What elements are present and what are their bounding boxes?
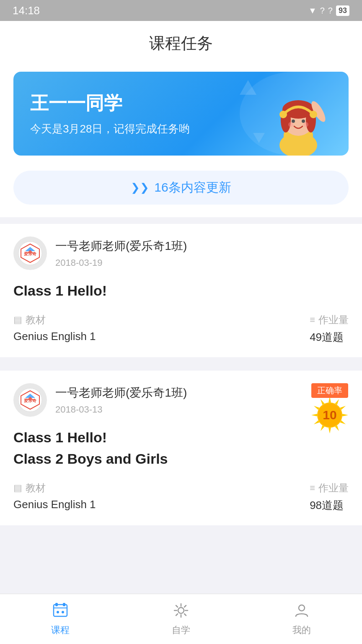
teacher-name-2: 一号老师老师(爱乐奇1班) — [55, 385, 349, 401]
page-title: 课程任务 — [0, 33, 362, 54]
svg-point-7 — [302, 119, 305, 123]
svg-marker-26 — [313, 405, 319, 410]
meta-material-1: ▤ 教材 Genius English 1 — [13, 313, 96, 343]
badge-circle-container: 10 — [311, 396, 349, 434]
svg-rect-35 — [55, 603, 58, 606]
badge-ribbon: 正确率 — [311, 383, 348, 398]
svg-marker-21 — [335, 425, 340, 431]
update-chevron-icon: ❯❯ — [131, 181, 149, 194]
course-title-2: Class 1 Hello! Class 2 Boys and Girls — [13, 427, 349, 470]
badge-svg: 10 — [311, 396, 349, 434]
svg-rect-34 — [54, 605, 67, 616]
banner[interactable]: 王一一同学 今天是3月28日，记得完成任务哟 — [13, 72, 349, 156]
svg-marker-20 — [340, 420, 346, 425]
svg-marker-23 — [319, 425, 324, 431]
course-nav-label: 课程 — [51, 624, 70, 636]
avatar-2: 爱乐奇 — [13, 383, 47, 417]
course-card-1[interactable]: 爱乐奇 一号老师老师(爱乐奇1班) 2018-03-19 Class 1 Hel… — [0, 224, 362, 357]
homework-value-2: 98道题 — [310, 498, 349, 513]
svg-point-8 — [288, 122, 293, 127]
course-nav-icon — [52, 602, 69, 621]
banner-container: 王一一同学 今天是3月28日，记得完成任务哟 — [0, 63, 362, 164]
status-time: 14:18 — [13, 4, 40, 17]
status-icons: ▼ ? ? 93 — [308, 5, 349, 16]
banner-deco2 — [253, 133, 265, 143]
svg-marker-17 — [335, 398, 340, 405]
homework-value-1: 49道题 — [310, 330, 349, 345]
nav-item-mine[interactable]: 我的 — [241, 597, 362, 641]
update-count-text: 16条内容更新 — [154, 179, 231, 196]
section-separator-2 — [0, 364, 362, 371]
card-header-2: 爱乐奇 一号老师老师(爱乐奇1班) 2018-03-13 — [13, 383, 349, 417]
card-info-1: 一号老师老师(爱乐奇1班) 2018-03-19 — [55, 238, 349, 268]
banner-deco1 — [240, 80, 256, 95]
nav-item-self-study[interactable]: 自学 — [121, 597, 241, 641]
self-study-nav-icon — [173, 602, 189, 621]
course-meta-2: ▤ 教材 Genius English 1 ≡ 作业量 98道题 — [13, 481, 349, 513]
svg-text:10: 10 — [323, 408, 336, 422]
homework-label-2: ≡ 作业量 — [310, 481, 349, 495]
svg-point-41 — [299, 605, 305, 611]
meta-homework-2: ≡ 作业量 98道题 — [310, 481, 349, 513]
avatar-1: 爱乐奇 — [13, 236, 47, 270]
svg-point-12 — [310, 111, 317, 118]
svg-marker-22 — [328, 428, 331, 434]
svg-marker-24 — [313, 420, 319, 425]
card-info-2: 一号老师老师(爱乐奇1班) 2018-03-13 — [55, 385, 349, 415]
accuracy-badge: 正确率 — [311, 383, 349, 434]
course-card-2[interactable]: 正确率 — [0, 371, 362, 525]
svg-point-39 — [62, 611, 64, 613]
material-label-2: ▤ 教材 — [13, 481, 96, 495]
mine-nav-label: 我的 — [292, 624, 311, 636]
svg-point-40 — [178, 608, 184, 613]
svg-marker-18 — [340, 405, 346, 410]
book-icon-1: ▤ — [13, 314, 22, 325]
svg-point-38 — [57, 611, 59, 613]
material-value-1: Genius English 1 — [13, 330, 96, 343]
svg-point-6 — [292, 119, 295, 123]
course-title-1: Class 1 Hello! — [13, 280, 349, 301]
battery-icon: 93 — [336, 5, 349, 16]
bottom-nav: 课程 自学 我的 — [0, 594, 362, 644]
card-date-1: 2018-03-19 — [55, 257, 349, 268]
material-value-2: Genius English 1 — [13, 498, 96, 511]
homework-icon-2: ≡ — [310, 483, 315, 493]
svg-marker-25 — [311, 414, 317, 416]
svg-point-11 — [279, 111, 287, 118]
signal-icon2: ? — [328, 6, 333, 16]
banner-character — [265, 80, 332, 156]
homework-icon-1: ≡ — [310, 314, 315, 325]
homework-label-1: ≡ 作业量 — [310, 313, 349, 327]
status-bar: 14:18 ▼ ? ? 93 — [0, 0, 362, 21]
wifi-icon: ▼ — [308, 6, 317, 16]
card-date-2: 2018-03-13 — [55, 404, 349, 415]
mine-nav-icon — [293, 602, 310, 621]
meta-material-2: ▤ 教材 Genius English 1 — [13, 481, 96, 511]
material-label-1: ▤ 教材 — [13, 313, 96, 327]
svg-marker-27 — [319, 398, 324, 405]
main-content: 王一一同学 今天是3月28日，记得完成任务哟 — [0, 63, 362, 591]
self-study-nav-label: 自学 — [172, 624, 190, 636]
update-bar-container: ❯❯ 16条内容更新 — [0, 164, 362, 217]
page-header: 课程任务 — [0, 21, 362, 63]
svg-rect-36 — [63, 603, 65, 606]
nav-item-course[interactable]: 课程 — [0, 597, 121, 641]
section-separator-1 — [0, 217, 362, 224]
meta-homework-1: ≡ 作业量 49道题 — [310, 313, 349, 345]
card-header-1: 爱乐奇 一号老师老师(爱乐奇1班) 2018-03-19 — [13, 236, 349, 270]
book-icon-2: ▤ — [13, 483, 22, 493]
svg-marker-19 — [342, 414, 348, 416]
course-meta-1: ▤ 教材 Genius English 1 ≡ 作业量 49道题 — [13, 313, 349, 345]
signal-icon1: ? — [320, 6, 325, 16]
svg-point-9 — [303, 122, 308, 127]
update-bar[interactable]: ❯❯ 16条内容更新 — [13, 171, 349, 205]
teacher-name-1: 一号老师老师(爱乐奇1班) — [55, 238, 349, 254]
